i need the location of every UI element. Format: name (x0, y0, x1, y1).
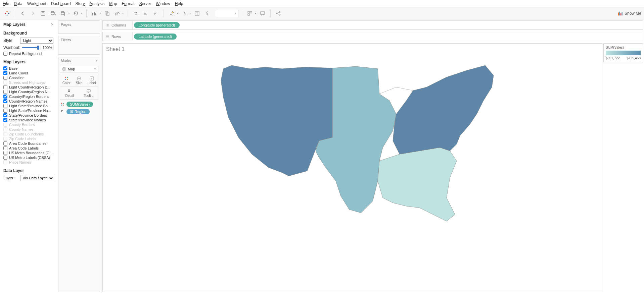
pause-updates-icon[interactable]: ▼ (59, 9, 70, 18)
marks-size[interactable]: Size (73, 74, 86, 86)
layer-country-region-names[interactable]: Country/Region Names (3, 99, 53, 103)
marks-color[interactable]: Color (60, 74, 73, 86)
map-type-icon (62, 67, 66, 71)
group-icon[interactable]: ▼ (180, 9, 191, 18)
filters-label: Filters (61, 38, 71, 42)
rows-label: Rows (111, 35, 121, 39)
menu-worksheet[interactable]: Worksheet (27, 1, 46, 6)
back-icon[interactable] (18, 9, 27, 18)
menu-data[interactable]: Data (14, 1, 22, 6)
menu-help[interactable]: Help (175, 1, 183, 6)
pages-card[interactable]: Pages (58, 20, 100, 34)
sheet-title[interactable]: Sheet 1 (103, 44, 602, 54)
layer-light-state-province-bo-[interactable]: Light State/Province Bo... (3, 104, 53, 108)
layer-us-metro-boundaries-c-[interactable]: US Metro Boundaries (C... (3, 151, 53, 155)
legend-panel[interactable]: SUM(Sales) $391,722 $725,458 (603, 43, 643, 62)
legend-max: $725,458 (627, 56, 641, 60)
menu-story[interactable]: Story (76, 1, 85, 6)
layer-light-country-region-b-[interactable]: Light Country/Region B... (3, 85, 53, 89)
rows-shelf[interactable]: Rows Latitude (generated) (102, 32, 643, 41)
latitude-pill[interactable]: Latitude (generated) (134, 34, 177, 40)
svg-rect-17 (95, 13, 96, 15)
cards-column: Pages Filters Marks ▾ Map ▼ Color (57, 19, 101, 293)
map-layers-panel: Map Layers × Background Style: Light Was… (0, 19, 57, 293)
region-west[interactable] (221, 65, 332, 176)
svg-rect-59 (69, 91, 70, 92)
svg-point-52 (77, 77, 81, 80)
svg-rect-44 (619, 11, 620, 15)
text-label-icon[interactable]: T (193, 9, 201, 18)
presentation-icon[interactable] (258, 9, 267, 18)
layer-coastline[interactable]: Coastline (3, 76, 53, 80)
svg-point-51 (67, 79, 68, 80)
washout-slider[interactable] (22, 47, 39, 48)
columns-icon (105, 23, 109, 27)
duplicate-icon[interactable] (103, 9, 111, 18)
layer-light-state-province-na-[interactable]: Light State/Province Na... (3, 109, 53, 113)
menu-file[interactable]: File (3, 1, 9, 6)
svg-rect-56 (68, 90, 69, 91)
save-icon[interactable] (39, 9, 47, 18)
layer-light-country-region-n-[interactable]: Light Country/Region N... (3, 90, 53, 94)
clear-sheet-icon[interactable]: ▼ (113, 9, 124, 18)
menu-dashboard[interactable]: Dashboard (51, 1, 71, 6)
svg-line-41 (278, 12, 279, 13)
marks-detail[interactable]: Detail (60, 87, 79, 99)
share-icon[interactable] (274, 9, 283, 18)
filters-card[interactable]: Filters (58, 36, 100, 55)
menu-server[interactable]: Server (139, 1, 151, 6)
menu-window[interactable]: Window (156, 1, 170, 6)
new-datasource-icon[interactable]: + (49, 9, 57, 18)
layer-base[interactable]: Base (3, 66, 53, 70)
format-dropdown[interactable]: ▼ (215, 10, 238, 17)
svg-rect-58 (68, 91, 69, 92)
region-pill[interactable]: ⊞Region (66, 109, 90, 114)
layer-area-code-boundaries[interactable]: Area Code Boundaries (3, 141, 53, 145)
layer-us-metro-labels-cbsa-[interactable]: US Metro Labels (CBSA) (3, 156, 53, 160)
refresh-icon[interactable]: ▼ (72, 9, 83, 18)
layer-land-cover[interactable]: Land Cover (3, 71, 53, 75)
data-layer-select[interactable]: No Data Layer (20, 175, 54, 181)
svg-rect-57 (69, 90, 70, 91)
menu-format[interactable]: Format (122, 1, 135, 6)
tableau-logo-icon[interactable] (3, 9, 11, 18)
svg-point-10 (51, 11, 54, 13)
layer-area-code-labels[interactable]: Area Code Labels (3, 146, 53, 150)
sort-asc-icon[interactable] (141, 9, 150, 18)
region-south[interactable] (378, 148, 457, 221)
region-east[interactable] (393, 65, 494, 154)
marks-label[interactable]: T Label (85, 74, 98, 86)
layer-state-province-borders[interactable]: State/Province Borders (3, 113, 53, 117)
map-layers-heading: Map Layers (3, 60, 53, 64)
svg-rect-66 (62, 110, 63, 111)
fit-icon[interactable]: ▼ (245, 9, 257, 18)
sort-desc-icon[interactable] (151, 9, 160, 18)
forward-icon[interactable] (29, 9, 37, 18)
washout-value[interactable]: 100% (41, 45, 53, 50)
show-me-button[interactable]: Show Me (618, 11, 641, 16)
layer-state-province-names[interactable]: State/Province Names (3, 118, 53, 122)
svg-rect-60 (87, 90, 90, 92)
svg-point-12 (61, 11, 64, 13)
marks-tooltip[interactable]: Tooltip (79, 87, 98, 99)
menu-map[interactable]: Map (109, 1, 117, 6)
pin-icon[interactable] (203, 9, 212, 18)
style-select[interactable]: Light (20, 38, 53, 44)
close-icon[interactable]: × (51, 22, 53, 27)
swap-icon[interactable] (131, 9, 140, 18)
data-layer-label: Layer: (3, 176, 18, 180)
longitude-pill[interactable]: Longitude (generated) (134, 22, 180, 28)
show-me-label: Show Me (625, 11, 641, 16)
layer-country-region-borders[interactable]: Country/Region Borders (3, 95, 53, 99)
menu-analysis[interactable]: Analysis (90, 1, 105, 6)
svg-point-62 (63, 103, 64, 104)
new-worksheet-icon[interactable]: ▼ (90, 9, 101, 18)
repeat-background-checkbox[interactable]: Repeat Background (3, 52, 53, 56)
map-canvas[interactable] (103, 54, 602, 292)
columns-shelf[interactable]: Columns Longitude (generated) (102, 20, 643, 30)
highlight-icon[interactable]: ▼ (167, 9, 179, 18)
sum-sales-pill[interactable]: SUM(Sales) (66, 102, 93, 107)
mark-type-select[interactable]: Map ▼ (60, 66, 98, 72)
marks-menu-icon[interactable]: ▾ (96, 59, 97, 62)
svg-point-64 (63, 105, 64, 106)
